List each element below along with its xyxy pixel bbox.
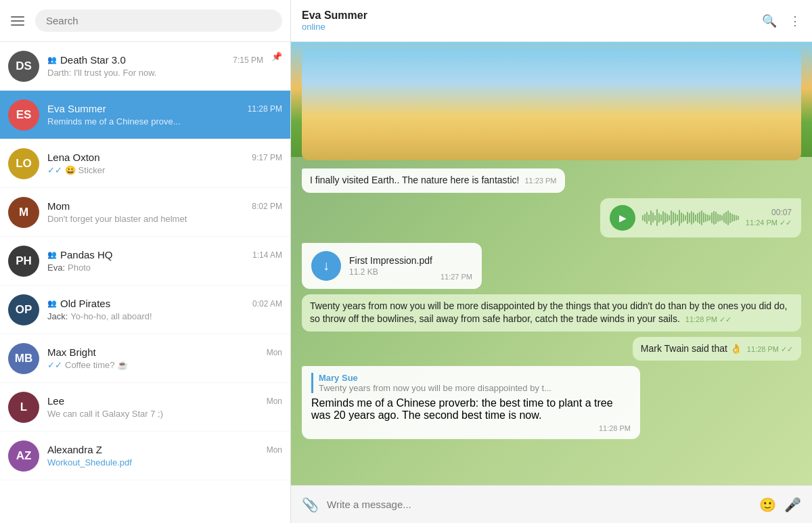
chat-item-max-bright[interactable]: MBMax BrightMon✓✓ Coffee time? ☕ (0, 334, 290, 383)
right-header: Eva Summer online 🔍 ⋮ (291, 0, 812, 42)
voice-bubble-msg2: 00:0711:24 PM ✓✓ (600, 198, 801, 237)
right-panel: Eva Summer online 🔍 ⋮ I finally visited … (291, 0, 812, 523)
chat-time-alexandra-z: Mon (267, 445, 282, 455)
double-check-icon: ✓✓ (47, 165, 62, 175)
search-icon[interactable]: 🔍 (762, 14, 777, 28)
download-button[interactable] (311, 251, 341, 281)
contact-name: Eva Summer (302, 9, 762, 22)
play-button[interactable] (610, 205, 635, 231)
chat-preview-max-bright: ✓✓ Coffee time? ☕ (47, 360, 282, 370)
avatar-alexandra-z: AZ (8, 440, 39, 472)
chat-name-old-pirates: 👥Old Pirates (47, 298, 110, 309)
avatar-eva-summer: ES (8, 99, 39, 131)
left-header (0, 0, 290, 42)
chat-time-pandas-hq: 1:14 AM (252, 250, 282, 260)
chat-time-death-star: 7:15 PM (233, 55, 263, 65)
chat-time-eva-summer: 11:28 PM (248, 104, 282, 114)
messages-content: I finally visited Earth.. The nature her… (302, 49, 801, 439)
avatar-lena-oxton: LO (8, 148, 39, 179)
chat-item-death-star[interactable]: DS👥Death Star 3.07:15 PMDarth: I'll trus… (0, 42, 290, 91)
input-area: 📎 🙂 🎤 (291, 485, 812, 523)
avatar-mom: M (8, 197, 39, 228)
chat-preview-death-star: Darth: I'll trust you. For now. (47, 68, 263, 78)
group-icon: 👥 (47, 55, 57, 64)
chat-item-mom[interactable]: MMom8:02 PMDon't forget your blaster and… (0, 188, 290, 237)
avatar-death-star: DS (8, 51, 39, 82)
chat-preview-pandas-hq: Eva: Photo (47, 263, 282, 273)
chat-name-lena-oxton: Lena Oxton (47, 152, 100, 163)
chat-item-eva-summer[interactable]: ESEva Summer11:28 PMReminds me of a Chin… (0, 91, 290, 139)
chat-preview-lee: We can call it Galaxy Star 7 ;) (47, 409, 282, 419)
header-icons: 🔍 ⋮ (762, 14, 801, 28)
avatar-lee: L (8, 392, 39, 423)
left-panel: DS👥Death Star 3.07:15 PMDarth: I'll trus… (0, 0, 291, 523)
chat-name-pandas-hq: 👥Pandas HQ (47, 249, 113, 260)
mic-icon[interactable]: 🎤 (784, 497, 801, 513)
message-row-msg6: Mary SueTwenty years from now you will b… (302, 366, 801, 439)
image-message (302, 49, 801, 160)
chat-name-lee: Lee (47, 395, 64, 407)
message-row-msg3: First Impression.pdf11.2 KB11:27 PM (302, 243, 801, 289)
messages-area: I finally visited Earth.. The nature her… (291, 42, 812, 485)
chat-time-lena-oxton: 9:17 PM (252, 153, 282, 162)
group-icon: 👥 (47, 250, 57, 259)
contact-status: online (302, 22, 762, 32)
more-options-icon[interactable]: ⋮ (789, 14, 801, 28)
chat-preview-alexandra-z: Workout_Shedule.pdf (47, 457, 282, 468)
chat-item-old-pirates[interactable]: OP👥Old Pirates0:02 AMJack: Yo-ho-ho, all… (0, 286, 290, 334)
menu-icon[interactable] (8, 14, 27, 28)
pin-icon: 📌 (271, 51, 282, 62)
attach-icon[interactable]: 📎 (302, 497, 319, 513)
file-bubble-msg3: First Impression.pdf11.2 KB11:27 PM (302, 243, 482, 289)
bubble-msg5: Mark Twain said that 👌11:28 PM ✓✓ (633, 337, 801, 361)
chat-item-pandas-hq[interactable]: PH👥Pandas HQ1:14 AMEva: Photo (0, 237, 290, 286)
chat-item-lena-oxton[interactable]: LOLena Oxton9:17 PM✓✓ 😀 Sticker (0, 139, 290, 188)
message-input[interactable] (327, 499, 751, 510)
chat-name-mom: Mom (47, 200, 70, 212)
message-row-msg1: I finally visited Earth.. The nature her… (302, 168, 801, 193)
bubble-msg4: Twenty years from now you will be more d… (302, 294, 801, 332)
chat-name-max-bright: Max Bright (47, 346, 96, 358)
contact-info: Eva Summer online (302, 9, 762, 32)
emoji-icon[interactable]: 🙂 (759, 497, 776, 513)
waveform (642, 208, 739, 227)
chat-time-mom: 8:02 PM (252, 202, 282, 211)
chat-time-old-pirates: 0:02 AM (252, 299, 282, 309)
message-row-msg5: Mark Twain said that 👌11:28 PM ✓✓ (302, 337, 801, 361)
chat-time-max-bright: Mon (267, 348, 282, 357)
group-icon: 👥 (47, 299, 57, 308)
chat-time-lee: Mon (267, 396, 282, 406)
chat-name-eva-summer: Eva Summer (47, 103, 106, 114)
chat-preview-lena-oxton: ✓✓ 😀 Sticker (47, 165, 282, 175)
double-check-icon: ✓✓ (47, 360, 62, 370)
chat-preview-eva-summer: Reminds me of a Chinese prove... (47, 116, 282, 127)
chat-item-alexandra-z[interactable]: AZAlexandra ZMonWorkout_Shedule.pdf (0, 432, 290, 480)
chat-preview-mom: Don't forget your blaster and helmet (47, 214, 282, 224)
chat-list: DS👥Death Star 3.07:15 PMDarth: I'll trus… (0, 42, 290, 523)
avatar-max-bright: MB (8, 343, 39, 374)
chat-name-alexandra-z: Alexandra Z (47, 444, 102, 455)
chat-name-death-star: 👥Death Star 3.0 (47, 54, 126, 66)
message-row-msg4: Twenty years from now you will be more d… (302, 294, 801, 332)
avatar-pandas-hq: PH (8, 246, 39, 277)
search-input[interactable] (35, 9, 282, 32)
chat-item-lee[interactable]: LLeeMonWe can call it Galaxy Star 7 ;) (0, 383, 290, 432)
message-row-msg2: 00:0711:24 PM ✓✓ (302, 198, 801, 237)
bubble-msg1: I finally visited Earth.. The nature her… (302, 168, 565, 193)
chat-preview-old-pirates: Jack: Yo-ho-ho, all aboard! (47, 311, 282, 321)
avatar-old-pirates: OP (8, 294, 39, 325)
reply-bubble-msg6: Mary SueTwenty years from now you will b… (302, 366, 640, 439)
